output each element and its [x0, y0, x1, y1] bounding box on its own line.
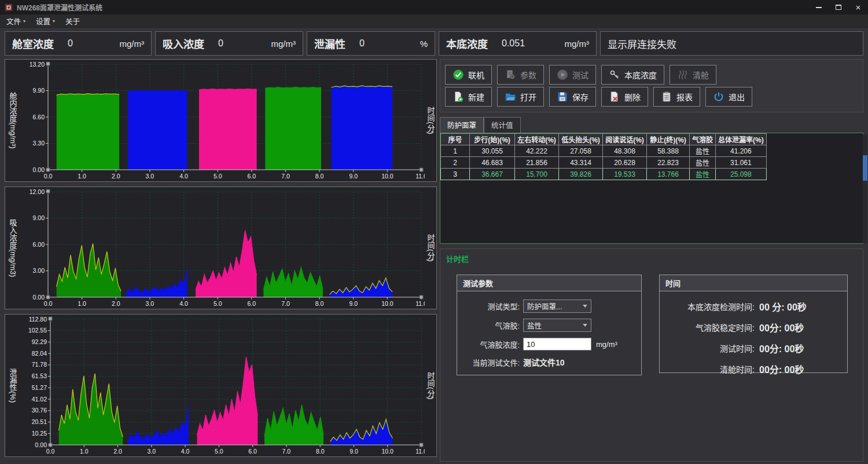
aerosol-stabilize-time-value: 00分: 00秒: [759, 320, 839, 334]
window-controls: ×: [809, 0, 868, 14]
chart3-canvas[interactable]: 0.0010.2520.5130.7641.0251.2761.5371.788…: [20, 315, 425, 456]
svg-text:10.0: 10.0: [381, 300, 393, 307]
table-row[interactable]: 336.66715.70039.82619.53313.766盐性25.098: [441, 169, 767, 180]
new-button[interactable]: 新建: [445, 87, 492, 107]
table-cell: 25.098: [716, 169, 767, 180]
svg-text:8.0: 8.0: [315, 173, 324, 180]
svg-text:2.0: 2.0: [112, 173, 120, 180]
svg-text:51.27: 51.27: [32, 384, 47, 391]
report-button[interactable]: 报表: [653, 87, 700, 107]
table-cell: 36.667: [470, 169, 515, 180]
inhaled-concentration-unit: mg/m³: [271, 39, 296, 49]
chevron-down-icon: [583, 324, 587, 327]
maximize-button[interactable]: [829, 0, 848, 14]
background-concentration-button[interactable]: 本底浓度: [601, 65, 664, 85]
svg-text:3.30: 3.30: [33, 140, 45, 147]
toolbar: 联机 参数 测试 本底浓度 清舱: [440, 59, 863, 112]
svg-text:102.55: 102.55: [28, 327, 47, 334]
chart1-x-axis-label: 时间(分): [425, 60, 436, 181]
connect-button[interactable]: 联机: [445, 65, 492, 85]
purge-time-value: 00分: 00秒: [759, 362, 839, 376]
parameters-button[interactable]: 参数: [497, 65, 544, 85]
menu-about-label: 关于: [65, 16, 80, 27]
chart1-canvas[interactable]: 0.003.306.609.9013.200.01.02.03.04.05.06…: [20, 60, 425, 181]
close-button[interactable]: ×: [848, 0, 868, 14]
table-scrollbar-thumb[interactable]: [863, 155, 867, 181]
chart2-canvas[interactable]: 0.003.006.009.0012.000.01.02.03.04.05.06…: [20, 187, 425, 309]
table-cell: 30.055: [470, 145, 515, 157]
exit-button[interactable]: 退出: [705, 87, 752, 107]
delete-button[interactable]: 删除: [601, 87, 648, 107]
leakage-panel: 泄漏性 0 %: [307, 31, 435, 56]
svg-text:10.0: 10.0: [381, 173, 393, 180]
menu-settings[interactable]: 设置▾: [31, 14, 60, 28]
svg-text:10.0: 10.0: [382, 448, 394, 455]
aerosol-concentration-input[interactable]: [523, 338, 591, 350]
background-detect-time-label: 本底浓度检测时间:: [668, 301, 759, 312]
purge-chamber-label: 清舱: [693, 69, 709, 81]
app-icon: [5, 3, 13, 12]
time-panel: 时间 本底浓度检测时间: 00 分: 00秒 气溶胶稳定时间: 00分: 00秒…: [659, 275, 848, 373]
table-cell: 27.058: [559, 145, 603, 157]
svg-text:5.0: 5.0: [214, 173, 222, 180]
svg-text:11.0: 11.0: [415, 173, 425, 180]
table-cell: 58.388: [647, 145, 690, 157]
table-cell: 48.308: [603, 145, 647, 157]
tab-protective-mask[interactable]: 防护面罩: [440, 117, 484, 133]
save-button[interactable]: 保存: [549, 87, 596, 107]
minimize-button[interactable]: [809, 0, 829, 14]
tab-statistics[interactable]: 统计值: [484, 117, 521, 133]
svg-text:0.0: 0.0: [44, 173, 53, 180]
menu-about[interactable]: 关于: [60, 14, 85, 28]
menu-file[interactable]: 文件▾: [1, 14, 31, 28]
svg-text:0.0: 0.0: [46, 448, 55, 455]
table-row[interactable]: 246.68321.85643.31420.62822.823盐性31.061: [441, 157, 767, 169]
chevron-down-icon: [583, 305, 587, 308]
chart3-x-axis-label: 时间(分): [425, 315, 436, 456]
table-cell: 21.856: [515, 157, 559, 169]
test-type-select[interactable]: 防护面罩...: [523, 299, 591, 313]
svg-text:9.0: 9.0: [349, 173, 358, 180]
cabin-concentration-chart: 舱内浓度(mg/m³) 0.003.306.609.9013.200.01.02…: [5, 59, 437, 182]
check-circle-icon: [453, 69, 464, 81]
svg-text:20.51: 20.51: [32, 418, 47, 425]
table-scrollbar[interactable]: [863, 134, 867, 243]
table-cell: 22.823: [647, 157, 690, 169]
table-cell: 盐性: [690, 169, 716, 180]
svg-text:1.0: 1.0: [78, 300, 86, 307]
aerosol-select[interactable]: 盐性: [523, 319, 591, 332]
svg-text:3.0: 3.0: [146, 300, 155, 307]
table-row[interactable]: 130.05542.22227.05848.30858.388盐性41.206: [441, 145, 767, 157]
background-concentration-unit: mg/m³: [565, 39, 590, 49]
leakage-unit: %: [420, 39, 428, 49]
svg-text:0.00: 0.00: [33, 166, 45, 173]
background-concentration-value: 0.051: [502, 38, 525, 49]
svg-text:7.0: 7.0: [281, 173, 290, 180]
open-button[interactable]: 打开: [497, 87, 544, 107]
table-header-cell: 静止(终)(%): [647, 134, 690, 145]
svg-text:6.0: 6.0: [248, 448, 257, 455]
status-message: 显示屏连接失败: [600, 31, 863, 56]
close-icon: ×: [856, 2, 861, 12]
svg-text:2.0: 2.0: [113, 448, 122, 455]
svg-text:11.0: 11.0: [415, 448, 425, 455]
svg-text:6.60: 6.60: [33, 114, 45, 120]
cabin-concentration-panel: 舱室浓度 0 mg/m³: [5, 31, 152, 56]
svg-text:12.00: 12.00: [30, 188, 45, 195]
metric-row: 舱室浓度 0 mg/m³ 吸入浓度 0 mg/m³ 泄漏性 0 % 本底浓度 0…: [5, 31, 863, 56]
charts-column: 舱内浓度(mg/m³) 0.003.306.609.9013.200.01.02…: [5, 59, 437, 462]
parameters-label: 参数: [520, 69, 536, 81]
svg-text:3.00: 3.00: [33, 267, 45, 274]
test-parameters-title: 测试参数: [457, 275, 641, 291]
svg-text:112.80: 112.80: [29, 316, 47, 323]
svg-text:1.0: 1.0: [78, 173, 86, 180]
save-icon: [557, 91, 568, 103]
timer-section: 计时栏 测试参数 测试类型: 防护面罩... 气溶胶:: [440, 249, 863, 462]
svg-text:0.00: 0.00: [35, 441, 47, 448]
table-cell: 41.206: [716, 145, 767, 157]
test-button[interactable]: 测试: [549, 65, 596, 85]
current-test-file-label: 当前测试文件:: [465, 357, 523, 368]
svg-text:82.04: 82.04: [32, 350, 47, 357]
purge-chamber-button[interactable]: 清舱: [670, 65, 716, 85]
cabin-concentration-label: 舱室浓度: [12, 36, 54, 51]
